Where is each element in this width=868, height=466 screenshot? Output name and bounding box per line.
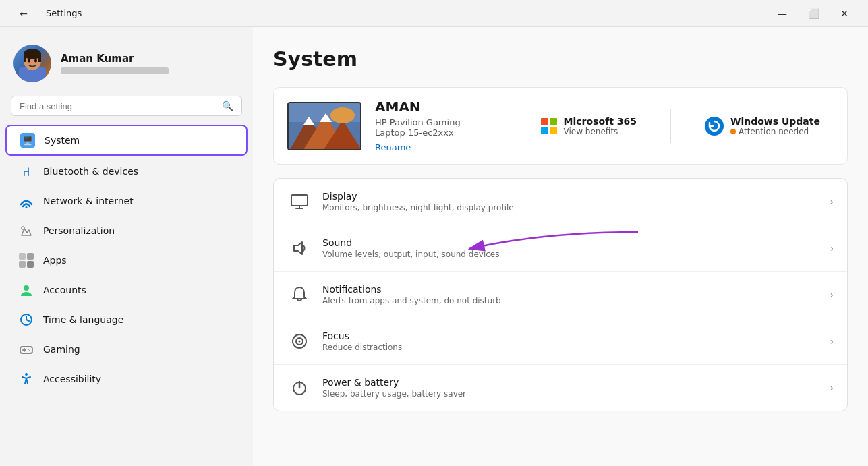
main-layout: Aman Kumar 🔍 🖥️ System ⑁ Bluetooth & dev… [0, 27, 868, 466]
ms365-logo [541, 118, 557, 134]
back-button[interactable]: ← [8, 3, 39, 24]
sidebar: Aman Kumar 🔍 🖥️ System ⑁ Bluetooth & dev… [0, 27, 253, 466]
rename-link[interactable]: Rename [375, 142, 411, 152]
sound-info: Sound Volume levels, output, input, soun… [322, 237, 819, 259]
user-profile[interactable]: Aman Kumar [0, 34, 253, 96]
personalization-icon [19, 223, 34, 238]
divider-1 [507, 109, 507, 143]
svg-point-25 [330, 107, 355, 123]
titlebar-left: ← Settings [8, 3, 82, 24]
sidebar-item-label-personalization: Personalization [43, 225, 115, 236]
svg-point-7 [34, 59, 37, 63]
display-title: Display [322, 191, 819, 202]
svg-rect-4 [24, 54, 26, 62]
sidebar-item-network[interactable]: Network & internet [5, 187, 248, 215]
titlebar-controls: — ⬜ ✕ [767, 3, 860, 24]
sidebar-item-label-accessibility: Accessibility [43, 374, 101, 384]
svg-rect-14 [20, 347, 32, 353]
network-icon [19, 194, 34, 208]
settings-item-display[interactable]: Display Monitors, brightness, night ligh… [274, 179, 847, 225]
svg-point-19 [25, 373, 28, 376]
avatar [13, 45, 51, 82]
close-button[interactable]: ✕ [829, 3, 860, 24]
sidebar-item-personalization[interactable]: Personalization [5, 216, 248, 245]
notifications-desc: Alerts from apps and system, do not dist… [322, 296, 819, 305]
power-title: Power & battery [322, 377, 819, 388]
settings-list: Display Monitors, brightness, night ligh… [274, 179, 847, 411]
minimize-button[interactable]: — [767, 3, 798, 24]
power-chevron: › [830, 382, 834, 393]
sidebar-item-apps[interactable]: Apps [5, 246, 248, 274]
svg-point-10 [24, 285, 29, 291]
notifications-title: Notifications [322, 284, 819, 295]
display-chevron: › [830, 196, 834, 207]
ms365-text: Microsoft 365 View benefits [564, 116, 637, 136]
bluetooth-icon: ⑁ [19, 164, 34, 179]
user-info: Aman Kumar [61, 53, 169, 74]
focus-icon [287, 329, 312, 353]
content-area: System [253, 27, 868, 466]
page-title: System [273, 47, 848, 71]
svg-line-13 [26, 320, 29, 321]
settings-item-notifications[interactable]: Notifications Alerts from apps and syste… [274, 272, 847, 318]
device-thumbnail [287, 102, 361, 150]
svg-point-6 [28, 59, 30, 63]
winupdate-block[interactable]: Windows Update Attention needed [691, 116, 834, 136]
time-icon [19, 312, 34, 327]
accessibility-icon [19, 372, 34, 386]
sidebar-item-time[interactable]: Time & language [5, 305, 248, 334]
sidebar-item-bluetooth[interactable]: ⑁ Bluetooth & devices [5, 157, 248, 185]
notifications-chevron: › [830, 289, 834, 300]
power-info: Power & battery Sleep, battery usage, ba… [322, 377, 819, 399]
svg-marker-31 [294, 242, 302, 254]
svg-point-17 [28, 349, 29, 350]
apps-icon [19, 253, 34, 268]
display-desc: Monitors, brightness, night light, displ… [322, 203, 819, 212]
sidebar-item-accounts[interactable]: Accounts [5, 276, 248, 304]
display-info: Display Monitors, brightness, night ligh… [322, 191, 819, 212]
device-banner: AMAN HP Pavilion Gaming Laptop 15-ec2xxx… [273, 87, 848, 165]
sidebar-item-label-accounts: Accounts [43, 285, 86, 295]
settings-item-sound[interactable]: Sound Volume levels, output, input, soun… [274, 225, 847, 272]
sound-chevron: › [830, 243, 834, 254]
sidebar-item-system[interactable]: 🖥️ System [5, 125, 248, 156]
svg-point-18 [29, 350, 30, 351]
sidebar-item-label-system: System [45, 135, 80, 146]
ms365-block[interactable]: Microsoft 365 View benefits [527, 116, 650, 136]
titlebar-title: Settings [46, 8, 82, 18]
power-desc: Sleep, battery usage, battery saver [322, 389, 819, 399]
search-icon: 🔍 [222, 100, 233, 111]
focus-title: Focus [322, 330, 819, 341]
system-icon: 🖥️ [20, 133, 35, 148]
sidebar-item-accessibility[interactable]: Accessibility [5, 365, 248, 393]
svg-point-8 [26, 206, 28, 208]
svg-point-9 [22, 227, 24, 229]
power-icon [287, 376, 312, 400]
notifications-icon [287, 283, 312, 307]
sidebar-item-label-time: Time & language [43, 314, 123, 325]
sound-icon [287, 236, 312, 260]
svg-point-35 [299, 341, 301, 343]
device-info: AMAN HP Pavilion Gaming Laptop 15-ec2xxx… [375, 98, 486, 153]
winupdate-icon [705, 117, 724, 136]
notifications-info: Notifications Alerts from apps and syste… [322, 284, 819, 305]
ms365-title: Microsoft 365 [564, 116, 637, 127]
winupdate-title: Windows Update [730, 116, 820, 127]
search-box[interactable]: 🔍 [11, 96, 242, 116]
gaming-icon [19, 342, 34, 357]
settings-item-focus[interactable]: Focus Reduce distractions › [274, 318, 847, 365]
search-input[interactable] [20, 101, 216, 111]
svg-rect-5 [38, 54, 41, 62]
settings-item-power[interactable]: Power & battery Sleep, battery usage, ba… [274, 365, 847, 411]
sidebar-item-gaming[interactable]: Gaming [5, 335, 248, 363]
titlebar: ← Settings — ⬜ ✕ [0, 0, 868, 27]
sound-desc: Volume levels, output, input, sound devi… [322, 250, 819, 259]
divider-2 [670, 109, 671, 143]
sidebar-item-label-apps: Apps [43, 255, 67, 266]
sound-title: Sound [322, 237, 819, 248]
winupdate-status: Attention needed [730, 127, 820, 136]
sidebar-item-label-network: Network & internet [43, 196, 134, 206]
svg-rect-28 [291, 195, 308, 206]
display-icon [287, 190, 312, 214]
maximize-button[interactable]: ⬜ [798, 3, 829, 24]
